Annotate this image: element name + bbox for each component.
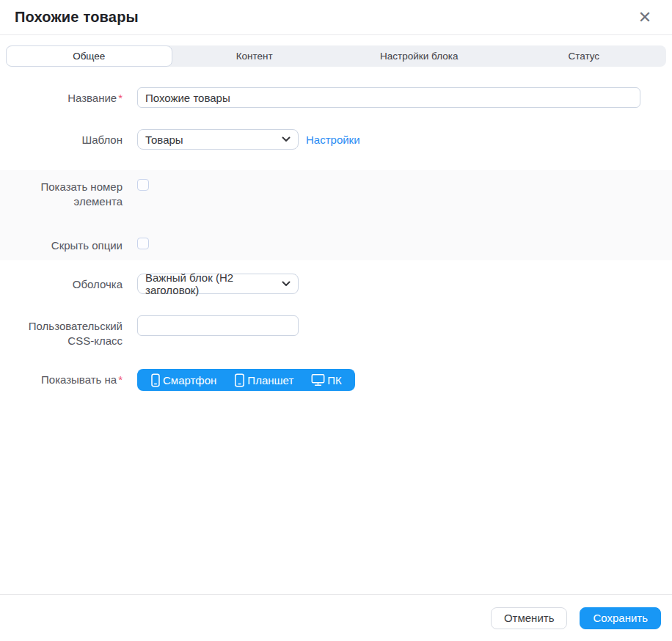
wrapper-label: Оболочка	[0, 274, 123, 292]
show-number-label: Показать номер элемента	[0, 176, 123, 209]
hide-options-label: Скрыть опции	[0, 235, 123, 253]
row-wrapper: Оболочка Важный блок (H2 заголовок)	[0, 274, 672, 294]
template-select[interactable]: Товары	[137, 129, 299, 150]
required-asterisk: *	[118, 373, 123, 386]
chevron-down-icon	[282, 281, 291, 287]
tab-block-settings-label: Настройки блока	[380, 51, 458, 62]
tab-general-label: Общее	[73, 51, 105, 62]
smartphone-icon	[150, 373, 161, 387]
device-button-group: Смартфон Планшет	[137, 369, 355, 391]
template-select-value: Товары	[145, 133, 183, 146]
tab-status-label: Статус	[568, 51, 599, 62]
tablet-button[interactable]: Планшет	[225, 369, 302, 391]
row-show-on: Показывать на* Смартфон	[0, 369, 672, 391]
name-input[interactable]	[137, 87, 640, 108]
css-class-label: Пользовательский CSS-класс	[0, 315, 123, 348]
row-name: Название*	[0, 87, 672, 108]
required-asterisk: *	[118, 92, 123, 104]
wrapper-select-value: Важный блок (H2 заголовок)	[145, 271, 277, 296]
wrapper-select[interactable]: Важный блок (H2 заголовок)	[137, 274, 299, 294]
row-template: Шаблон Товары Настройки	[0, 129, 672, 150]
name-label: Название*	[0, 87, 123, 106]
css-class-input[interactable]	[137, 315, 299, 336]
tab-block-settings[interactable]: Настройки блока	[337, 45, 502, 67]
desktop-button[interactable]: ПК	[302, 369, 351, 391]
stripe-band: Показать номер элемента Скрыть опции	[0, 170, 672, 260]
show-number-checkbox[interactable]	[137, 179, 149, 191]
tablet-button-label: Планшет	[247, 374, 293, 387]
row-hide-options: Скрыть опции	[0, 235, 672, 253]
desktop-button-label: ПК	[327, 374, 342, 387]
tab-general[interactable]: Общее	[6, 45, 172, 67]
smartphone-button-label: Смартфон	[163, 374, 216, 387]
tab-bar: Общее Контент Настройки блока Статус	[6, 45, 666, 67]
desktop-icon	[311, 373, 325, 387]
template-label: Шаблон	[0, 129, 123, 147]
cancel-button[interactable]: Отменить	[491, 607, 568, 629]
show-on-label: Показывать на*	[0, 369, 123, 387]
tablet-icon	[234, 373, 245, 387]
tab-content-label: Контент	[236, 51, 273, 62]
hide-options-checkbox[interactable]	[137, 238, 149, 249]
form-general: Название* Шаблон Товары Настройки Показ	[0, 67, 672, 594]
row-show-number: Показать номер элемента	[0, 176, 672, 209]
row-css-class: Пользовательский CSS-класс	[0, 315, 672, 348]
smartphone-button[interactable]: Смартфон	[142, 369, 225, 391]
chevron-down-icon	[282, 136, 291, 142]
page-title: Похожие товары	[15, 9, 139, 26]
template-settings-link[interactable]: Настройки	[306, 133, 360, 146]
tab-status[interactable]: Статус	[502, 45, 667, 67]
modal-header: Похожие товары ✕	[0, 0, 672, 35]
close-icon[interactable]: ✕	[637, 10, 653, 26]
modal-footer: Отменить Сохранить	[0, 594, 672, 641]
save-button[interactable]: Сохранить	[580, 607, 661, 629]
tab-content[interactable]: Контент	[172, 45, 337, 67]
modal-similar-products: Похожие товары ✕ Общее Контент Настройки…	[0, 0, 672, 641]
